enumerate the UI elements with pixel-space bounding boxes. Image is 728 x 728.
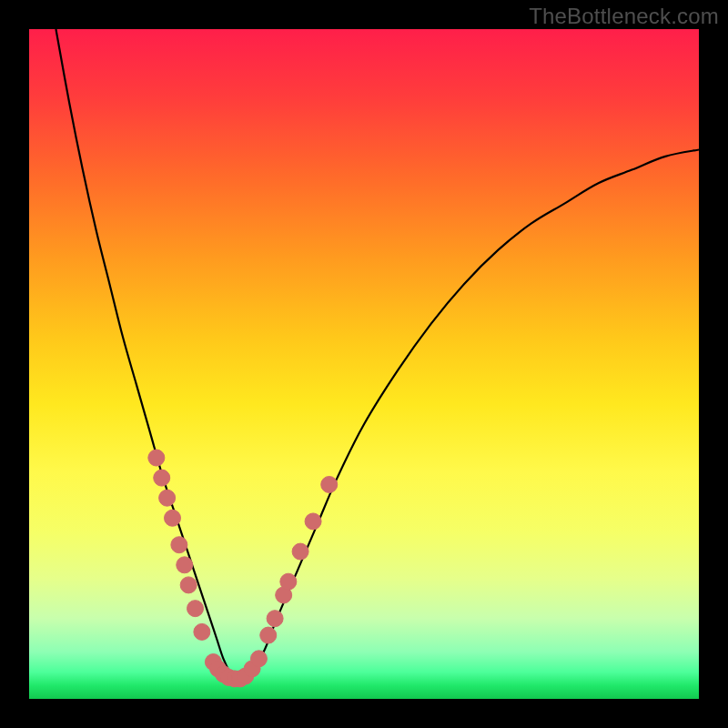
highlight-dot: [171, 537, 187, 553]
highlight-dot: [292, 543, 308, 560]
highlight-dot: [187, 601, 204, 617]
highlight-dot: [194, 623, 210, 640]
highlight-dot: [177, 557, 193, 573]
highlight-dot: [165, 510, 181, 526]
bottleneck-curve: [56, 29, 699, 680]
plot-area: [29, 29, 699, 699]
highlight-dot: [250, 651, 267, 667]
highlight-dot: [260, 627, 277, 643]
highlight-dot: [321, 476, 338, 492]
chart-frame: TheBottleneck.com: [0, 0, 728, 728]
highlight-dot: [154, 470, 170, 486]
highlight-dot: [305, 513, 321, 530]
highlight-dot: [148, 450, 165, 466]
highlight-dot: [180, 577, 197, 593]
marker-group: [148, 450, 338, 687]
highlight-dot: [267, 611, 283, 627]
highlight-dot: [159, 490, 176, 506]
curve-svg: [29, 29, 699, 699]
watermark-text: TheBottleneck.com: [529, 4, 719, 29]
highlight-dot: [280, 573, 297, 590]
